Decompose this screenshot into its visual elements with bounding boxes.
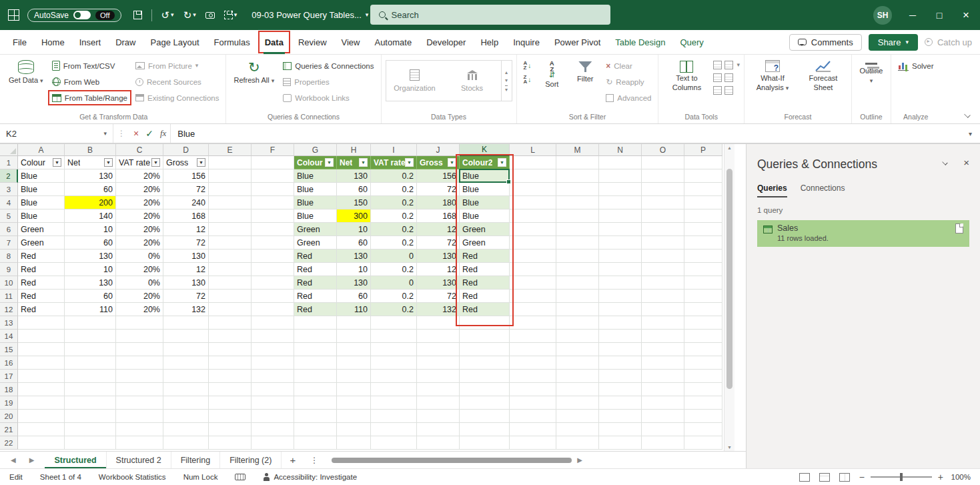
- cell-E9[interactable]: [209, 263, 252, 276]
- cell-M6[interactable]: [556, 223, 599, 236]
- cell-N13[interactable]: [599, 316, 642, 330]
- cell-I1[interactable]: VAT rate▼: [371, 156, 417, 169]
- filter-button[interactable]: ▼: [197, 158, 205, 167]
- reapply-button[interactable]: ↻ Reapply: [603, 75, 654, 88]
- cell-A6[interactable]: Green: [18, 223, 65, 236]
- sheet-tab-structured[interactable]: Structured: [45, 452, 106, 468]
- cell-D7[interactable]: 72: [163, 236, 209, 250]
- cell-H9[interactable]: 10: [337, 263, 371, 276]
- cell-D5[interactable]: 168: [163, 209, 209, 223]
- cell-E17[interactable]: [209, 370, 252, 383]
- cell-A10[interactable]: Red: [18, 276, 65, 290]
- avatar[interactable]: SH: [873, 6, 892, 25]
- horizontal-scrollbar[interactable]: ▶: [325, 452, 746, 468]
- cell-A18[interactable]: [18, 383, 65, 396]
- cell-L5[interactable]: [510, 209, 556, 223]
- cell-A8[interactable]: Red: [18, 250, 65, 263]
- column-header-N[interactable]: N: [599, 144, 642, 156]
- cell-O11[interactable]: [642, 290, 684, 303]
- cell-L8[interactable]: [510, 250, 556, 263]
- cell-E16[interactable]: [209, 356, 252, 370]
- cell-G2[interactable]: Blue: [294, 169, 337, 183]
- cell-C3[interactable]: 20%: [116, 183, 163, 196]
- cell-I19[interactable]: [371, 396, 417, 410]
- cell-G9[interactable]: Red: [294, 263, 337, 276]
- row-header-4[interactable]: 4: [0, 196, 18, 209]
- cell-B16[interactable]: [65, 356, 116, 370]
- cell-O7[interactable]: [642, 236, 684, 250]
- cell-O4[interactable]: [642, 196, 684, 209]
- filter-button[interactable]: ▼: [405, 158, 414, 167]
- cell-C4[interactable]: 20%: [116, 196, 163, 209]
- cell-O19[interactable]: [642, 396, 684, 410]
- cell-P18[interactable]: [684, 383, 722, 396]
- search-box[interactable]: Search: [370, 5, 610, 25]
- cell-B5[interactable]: 140: [65, 209, 116, 223]
- camera-icon[interactable]: [205, 12, 215, 19]
- cell-D22[interactable]: [163, 436, 209, 450]
- cell-E22[interactable]: [209, 436, 252, 450]
- cell-I11[interactable]: 0.2: [371, 290, 417, 303]
- cell-J1[interactable]: Gross▼: [417, 156, 460, 169]
- cell-G1[interactable]: Colour▼: [294, 156, 337, 169]
- cell-G11[interactable]: Red: [294, 290, 337, 303]
- cell-F14[interactable]: [252, 330, 294, 343]
- row-header-6[interactable]: 6: [0, 223, 18, 236]
- spreadsheet-grid[interactable]: ABCDEFGHIJKLMNOP1Colour▼Net▼VAT rate▼Gro…: [0, 144, 722, 451]
- cell-F10[interactable]: [252, 276, 294, 290]
- what-if-analysis-button[interactable]: What-If Analysis ▾: [749, 57, 797, 93]
- cell-M4[interactable]: [556, 196, 599, 209]
- cell-B11[interactable]: 60: [65, 290, 116, 303]
- column-header-M[interactable]: M: [556, 144, 599, 156]
- cell-K21[interactable]: [460, 423, 510, 436]
- cell-P2[interactable]: [684, 169, 722, 183]
- gallery-more-button[interactable]: ▴▾▾: [501, 61, 512, 101]
- outline-button[interactable]: Outline▾: [856, 57, 887, 85]
- row-header-8[interactable]: 8: [0, 250, 18, 263]
- cell-J19[interactable]: [417, 396, 460, 410]
- ribbon-tab-formulas[interactable]: Formulas: [207, 30, 258, 54]
- cell-F9[interactable]: [252, 263, 294, 276]
- cell-D17[interactable]: [163, 370, 209, 383]
- cell-J7[interactable]: 72: [417, 236, 460, 250]
- cell-H22[interactable]: [337, 436, 371, 450]
- ribbon-tab-view[interactable]: View: [334, 30, 368, 54]
- tab-queries[interactable]: Queries: [757, 183, 787, 197]
- column-header-D[interactable]: D: [163, 144, 209, 156]
- cell-D4[interactable]: 240: [163, 196, 209, 209]
- row-header-18[interactable]: 18: [0, 383, 18, 396]
- cell-B17[interactable]: [65, 370, 116, 383]
- cell-G10[interactable]: Red: [294, 276, 337, 290]
- cell-K9[interactable]: Red: [460, 263, 510, 276]
- cell-K2[interactable]: Blue: [460, 169, 510, 183]
- ribbon-tab-table-design[interactable]: Table Design: [608, 30, 672, 54]
- cell-H18[interactable]: [337, 383, 371, 396]
- cell-C20[interactable]: [116, 410, 163, 423]
- cell-J8[interactable]: 130: [417, 250, 460, 263]
- cell-P17[interactable]: [684, 370, 722, 383]
- cell-J20[interactable]: [417, 410, 460, 423]
- tab-connections[interactable]: Connections: [801, 183, 845, 196]
- cell-C12[interactable]: 20%: [116, 303, 163, 316]
- cell-G14[interactable]: [294, 330, 337, 343]
- row-header-2[interactable]: 2: [0, 169, 18, 183]
- cell-J9[interactable]: 12: [417, 263, 460, 276]
- cell-H7[interactable]: 60: [337, 236, 371, 250]
- ribbon-tab-inquire[interactable]: Inquire: [506, 30, 547, 54]
- cell-J21[interactable]: [417, 423, 460, 436]
- cell-L6[interactable]: [510, 223, 556, 236]
- cell-A1[interactable]: Colour▼: [18, 156, 65, 169]
- cell-D9[interactable]: 12: [163, 263, 209, 276]
- cell-D2[interactable]: 156: [163, 169, 209, 183]
- panel-close-icon[interactable]: ×: [963, 159, 969, 166]
- cell-J16[interactable]: [417, 356, 460, 370]
- cell-E14[interactable]: [209, 330, 252, 343]
- cell-I10[interactable]: 0: [371, 276, 417, 290]
- redo-button[interactable]: ↻▾: [183, 10, 196, 20]
- cell-H3[interactable]: 60: [337, 183, 371, 196]
- ribbon-tab-draw[interactable]: Draw: [108, 30, 143, 54]
- cell-H5[interactable]: 300: [337, 209, 371, 223]
- cell-L1[interactable]: [510, 156, 556, 169]
- share-button[interactable]: Share▾: [869, 34, 918, 51]
- cell-A19[interactable]: [18, 396, 65, 410]
